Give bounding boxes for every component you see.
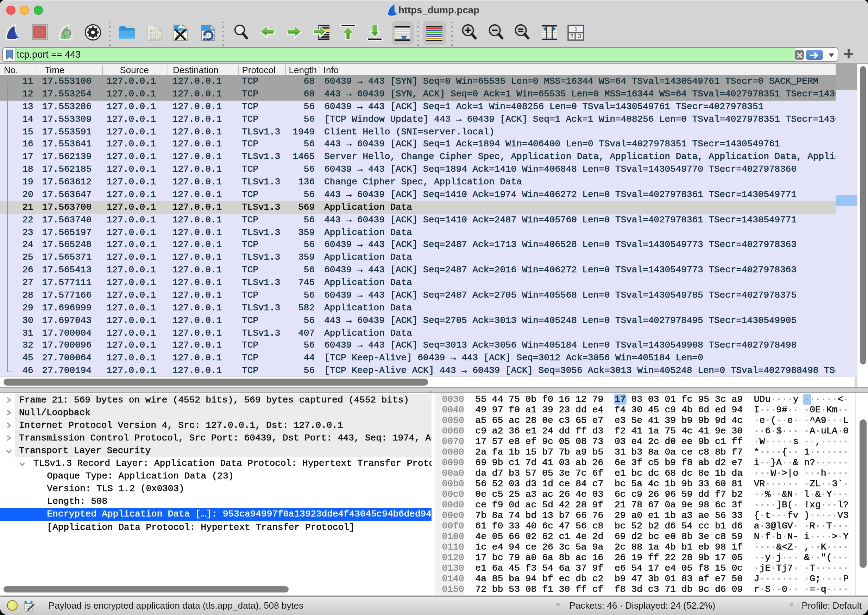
svg-text:3: 3 bbox=[578, 33, 581, 39]
svg-text:1: 1 bbox=[574, 26, 578, 32]
svg-text:01110: 01110 bbox=[150, 36, 161, 41]
svg-text:2: 2 bbox=[570, 33, 573, 39]
